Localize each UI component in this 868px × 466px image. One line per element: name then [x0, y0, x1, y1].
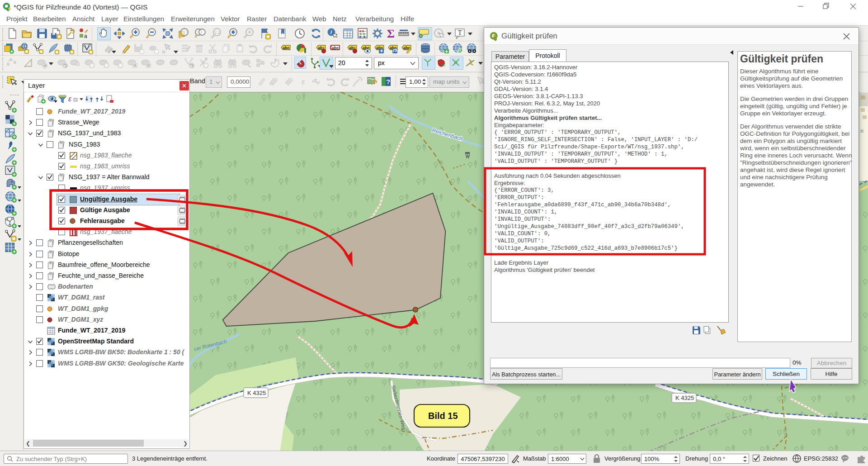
- svg-text:ab: ab: [349, 46, 354, 50]
- svg-text:Bild 15: Bild 15: [428, 411, 458, 421]
- svg-text:ε: ε: [68, 95, 72, 103]
- svg-text:1:1: 1:1: [214, 30, 220, 35]
- svg-text:ab: ab: [318, 46, 323, 50]
- svg-text:T: T: [458, 29, 462, 36]
- svg-text:K 4325: K 4325: [247, 390, 266, 396]
- svg-text:ic: ic: [860, 128, 864, 133]
- svg-text:K 4325: K 4325: [675, 395, 694, 401]
- svg-text:a: a: [84, 33, 87, 39]
- svg-text:ε: ε: [302, 77, 305, 86]
- svg-text:abc: abc: [283, 46, 290, 50]
- svg-text:Σ: Σ: [387, 28, 395, 39]
- svg-text:?: ?: [386, 78, 390, 86]
